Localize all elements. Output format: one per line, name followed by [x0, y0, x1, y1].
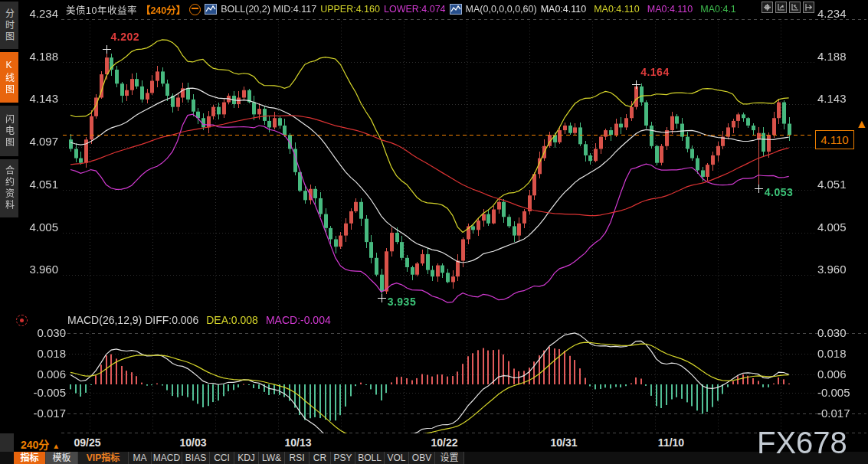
tab-KDJ[interactable]: KDJ [234, 452, 259, 464]
tab-BIAS[interactable]: BIAS [182, 452, 210, 464]
tab-RSI[interactable]: RSI [285, 452, 310, 464]
macd-panel-icon[interactable] [16, 315, 28, 326]
date-label: 10/13 [284, 436, 311, 449]
boll-lower-value: LOWER:4.074 [384, 4, 446, 15]
tab-LW&[interactable]: LW& [259, 452, 285, 464]
macd-label-right: 0.006 [817, 368, 853, 380]
macd-label-left: 0.006 [23, 368, 66, 380]
dea-value: DEA:0.008 [206, 314, 258, 326]
price-label-right: 4.143 [817, 93, 853, 104]
tab-MACD[interactable]: MACD [152, 452, 182, 464]
tab-VOL[interactable]: VOL [385, 452, 409, 464]
macd-value: MACD:-0.004 [266, 314, 331, 326]
tab-OBV[interactable]: OBV [409, 452, 435, 464]
ma-value: MA0:4.1 [700, 4, 736, 15]
price-marker-triangle[interactable]: ▲ [856, 117, 868, 131]
indicator-tabs: 指标模板VIP指标MAMACDBIASCCIKDJLW&RSICRPSYBOLL… [0, 452, 868, 464]
macd-params: MACD(26,12,9) DIFF:0.006 [67, 314, 198, 326]
date-label: 11/10 [658, 436, 684, 449]
indicator-toolbar: 美债10年收益率 【240分】 BOLL(20,2) MID:4.117 UPP… [66, 2, 736, 16]
date-label: 10/31 [550, 436, 577, 449]
price-label-left: 4.097 [23, 136, 58, 147]
macd-label-left: 0.018 [23, 348, 66, 359]
price-label-left: 4.188 [23, 51, 58, 62]
macd-label-left: -0.005 [23, 387, 66, 398]
tab-设置[interactable]: 设置 [435, 452, 464, 464]
macd-label-left: -0.017 [23, 407, 66, 419]
boll-chart-icon[interactable] [205, 4, 217, 15]
collapse-indicator-icon[interactable] [189, 4, 201, 15]
price-label-right: 4.051 [817, 178, 853, 190]
macd-label-right: 0.018 [817, 348, 853, 359]
sidebar-item-contract-info[interactable]: 合约资料 [0, 159, 18, 217]
tab-CCI[interactable]: CCI [210, 452, 234, 464]
period-selector[interactable]: 240分 ▲ [21, 436, 60, 452]
date-axis: 240分 ▲ 09/2510/0310/1310/2210/3111/10 [0, 433, 868, 452]
swing-high-label: 4.202 [111, 31, 140, 43]
boll-label: BOLL(20,2) MID:4.117 [221, 4, 316, 15]
price-label-right: 4.188 [817, 51, 853, 62]
pan-right-icon[interactable] [803, 2, 814, 13]
price-label-left: 4.005 [23, 221, 58, 233]
ma-label: MA(0,0,0,0,0,60) [466, 4, 537, 15]
tab-指标[interactable]: 指标 [14, 452, 46, 464]
swing-low-label: 3.935 [388, 296, 417, 308]
macd-label-right: 0.030 [817, 327, 853, 338]
sidebar-item-flash[interactable]: 闪电图 [0, 106, 18, 156]
date-label: 10/03 [179, 436, 206, 449]
price-label-right: 4.005 [817, 221, 853, 233]
ma-value: MA0:4.110 [541, 4, 587, 15]
macd-label-right: -0.005 [817, 387, 853, 398]
macd-label-right: -0.017 [817, 407, 853, 419]
tab-CR[interactable]: CR [310, 452, 331, 464]
price-label-left: 4.234 [23, 8, 58, 19]
swing-low-label: 4.053 [765, 186, 794, 198]
ma-chart-icon[interactable] [450, 4, 462, 15]
ma-values: MA0:4.110MA0:4.110MA0:4.110MA0:4.1 [541, 4, 736, 15]
boll-upper-value: UPPER:4.160 [320, 4, 380, 15]
crosshair-icon[interactable] [762, 2, 773, 13]
chart-tool-icons [762, 2, 814, 13]
candlestick-chart[interactable] [0, 0, 868, 464]
sidebar-item-kline[interactable]: K线图 [0, 52, 18, 103]
symbol-title: 美债10年收益率 [66, 2, 137, 17]
watermark: FX678 [757, 426, 847, 460]
price-label-right: 3.960 [817, 263, 853, 275]
price-label-left: 4.143 [23, 93, 58, 104]
ma-value: MA0:4.110 [594, 4, 640, 15]
swing-high-label: 4.164 [640, 66, 670, 78]
current-price-tag: 4.110 [815, 130, 854, 149]
price-label-left: 4.051 [23, 178, 58, 190]
macd-header: MACD(26,12,9) DIFF:0.006 DEA:0.008 MACD:… [67, 314, 331, 326]
zoom-out-icon[interactable] [789, 2, 801, 13]
tab-VIP指标[interactable]: VIP指标 [78, 452, 129, 464]
sidebar-item-timeline[interactable]: 分时图 [0, 2, 18, 49]
period-badge[interactable]: 【240分】 [141, 2, 185, 17]
date-label: 10/22 [431, 436, 457, 449]
zoom-in-icon[interactable] [775, 2, 787, 13]
price-label-left: 3.960 [23, 263, 58, 275]
tab-PSY[interactable]: PSY [331, 452, 355, 464]
price-label-right: 4.234 [817, 8, 853, 19]
tab-模板[interactable]: 模板 [46, 452, 78, 464]
date-label: 09/25 [74, 436, 100, 449]
macd-label-left: 0.030 [23, 327, 66, 338]
tab-BOLL[interactable]: BOLL [355, 452, 385, 464]
tab-MA[interactable]: MA [129, 452, 152, 464]
chart-window: 美债10年收益率 【240分】 BOLL(20,2) MID:4.117 UPP… [0, 0, 868, 464]
ma-value: MA0:4.110 [647, 4, 693, 15]
